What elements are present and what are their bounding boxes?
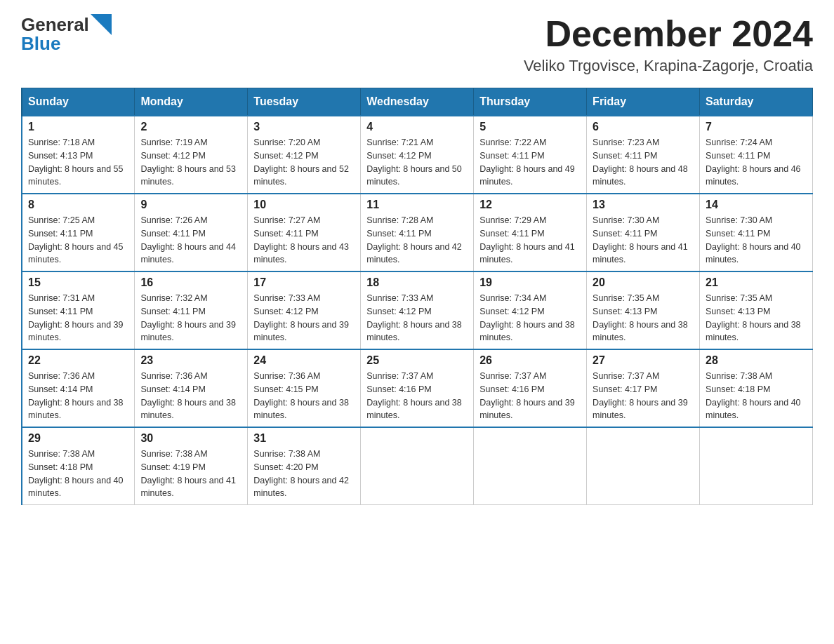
- day-info: Sunrise: 7:37 AM Sunset: 4:16 PM Dayligh…: [366, 370, 468, 422]
- day-info: Sunrise: 7:33 AM Sunset: 4:12 PM Dayligh…: [366, 292, 468, 344]
- calendar-cell: 28 Sunrise: 7:38 AM Sunset: 4:18 PM Dayl…: [700, 349, 813, 427]
- calendar-cell: 27 Sunrise: 7:37 AM Sunset: 4:17 PM Dayl…: [587, 349, 700, 427]
- day-number: 26: [479, 354, 581, 367]
- day-info: Sunrise: 7:36 AM Sunset: 4:15 PM Dayligh…: [253, 370, 355, 422]
- day-number: 24: [253, 354, 355, 367]
- calendar-cell: 9 Sunrise: 7:26 AM Sunset: 4:11 PM Dayli…: [135, 194, 248, 271]
- logo-arrow-icon: [91, 14, 112, 35]
- day-info: Sunrise: 7:37 AM Sunset: 4:16 PM Dayligh…: [479, 370, 581, 422]
- logo: General Blue: [21, 14, 112, 53]
- calendar-cell: [361, 427, 474, 505]
- header-wednesday: Wednesday: [361, 88, 474, 116]
- calendar-cell: 17 Sunrise: 7:33 AM Sunset: 4:12 PM Dayl…: [248, 271, 361, 349]
- day-info: Sunrise: 7:20 AM Sunset: 4:12 PM Dayligh…: [253, 136, 355, 189]
- calendar-cell: 14 Sunrise: 7:30 AM Sunset: 4:11 PM Dayl…: [700, 194, 813, 271]
- day-info: Sunrise: 7:38 AM Sunset: 4:19 PM Dayligh…: [140, 448, 241, 500]
- week-row-3: 15 Sunrise: 7:31 AM Sunset: 4:11 PM Dayl…: [22, 271, 813, 349]
- calendar-cell: 20 Sunrise: 7:35 AM Sunset: 4:13 PM Dayl…: [587, 271, 700, 349]
- calendar-cell: 11 Sunrise: 7:28 AM Sunset: 4:11 PM Dayl…: [361, 194, 474, 271]
- day-number: 31: [253, 432, 355, 445]
- day-info: Sunrise: 7:30 AM Sunset: 4:11 PM Dayligh…: [593, 214, 694, 267]
- calendar-cell: 31 Sunrise: 7:38 AM Sunset: 4:20 PM Dayl…: [248, 427, 361, 505]
- calendar-cell: 16 Sunrise: 7:32 AM Sunset: 4:11 PM Dayl…: [135, 271, 248, 349]
- calendar-cell: 23 Sunrise: 7:36 AM Sunset: 4:14 PM Dayl…: [135, 349, 248, 427]
- day-number: 8: [28, 199, 128, 211]
- day-info: Sunrise: 7:23 AM Sunset: 4:11 PM Dayligh…: [593, 136, 694, 189]
- day-number: 23: [140, 354, 241, 367]
- week-row-2: 8 Sunrise: 7:25 AM Sunset: 4:11 PM Dayli…: [22, 194, 813, 271]
- day-number: 28: [706, 354, 807, 367]
- calendar-cell: 8 Sunrise: 7:25 AM Sunset: 4:11 PM Dayli…: [22, 194, 135, 271]
- day-number: 30: [140, 432, 241, 445]
- day-number: 14: [706, 199, 807, 211]
- calendar-cell: 29 Sunrise: 7:38 AM Sunset: 4:18 PM Dayl…: [22, 427, 135, 505]
- day-number: 5: [479, 121, 581, 133]
- day-number: 6: [593, 121, 694, 133]
- calendar-cell: 19 Sunrise: 7:34 AM Sunset: 4:12 PM Dayl…: [474, 271, 587, 349]
- day-number: 7: [706, 121, 807, 133]
- calendar-cell: [474, 427, 587, 505]
- day-number: 1: [28, 121, 128, 133]
- day-info: Sunrise: 7:27 AM Sunset: 4:11 PM Dayligh…: [253, 214, 355, 267]
- day-info: Sunrise: 7:33 AM Sunset: 4:12 PM Dayligh…: [253, 292, 355, 344]
- day-info: Sunrise: 7:25 AM Sunset: 4:11 PM Dayligh…: [28, 214, 128, 267]
- day-number: 27: [593, 354, 694, 367]
- header-sunday: Sunday: [22, 88, 135, 116]
- day-info: Sunrise: 7:19 AM Sunset: 4:12 PM Dayligh…: [140, 136, 241, 189]
- day-info: Sunrise: 7:24 AM Sunset: 4:11 PM Dayligh…: [706, 136, 807, 189]
- logo-blue-text: Blue: [21, 34, 60, 53]
- day-number: 3: [253, 121, 355, 133]
- calendar-cell: 24 Sunrise: 7:36 AM Sunset: 4:15 PM Dayl…: [248, 349, 361, 427]
- day-number: 12: [479, 199, 581, 211]
- calendar-cell: 4 Sunrise: 7:21 AM Sunset: 4:12 PM Dayli…: [361, 116, 474, 194]
- calendar-cell: 18 Sunrise: 7:33 AM Sunset: 4:12 PM Dayl…: [361, 271, 474, 349]
- day-number: 9: [140, 199, 241, 211]
- calendar-cell: 13 Sunrise: 7:30 AM Sunset: 4:11 PM Dayl…: [587, 194, 700, 271]
- day-info: Sunrise: 7:35 AM Sunset: 4:13 PM Dayligh…: [593, 292, 694, 344]
- day-info: Sunrise: 7:28 AM Sunset: 4:11 PM Dayligh…: [366, 214, 468, 267]
- calendar-cell: 26 Sunrise: 7:37 AM Sunset: 4:16 PM Dayl…: [474, 349, 587, 427]
- day-info: Sunrise: 7:22 AM Sunset: 4:11 PM Dayligh…: [479, 136, 581, 189]
- calendar-cell: 15 Sunrise: 7:31 AM Sunset: 4:11 PM Dayl…: [22, 271, 135, 349]
- location-title: Veliko Trgovisce, Krapina-Zagorje, Croat…: [524, 57, 813, 75]
- day-info: Sunrise: 7:38 AM Sunset: 4:20 PM Dayligh…: [253, 448, 355, 500]
- month-title: December 2024: [524, 14, 813, 54]
- header-monday: Monday: [135, 88, 248, 116]
- day-number: 16: [140, 276, 241, 289]
- header-thursday: Thursday: [474, 88, 587, 116]
- header-saturday: Saturday: [700, 88, 813, 116]
- day-number: 15: [28, 276, 128, 289]
- day-number: 18: [366, 276, 468, 289]
- day-info: Sunrise: 7:21 AM Sunset: 4:12 PM Dayligh…: [366, 136, 468, 189]
- day-info: Sunrise: 7:36 AM Sunset: 4:14 PM Dayligh…: [140, 370, 241, 422]
- day-number: 21: [706, 276, 807, 289]
- calendar-cell: 5 Sunrise: 7:22 AM Sunset: 4:11 PM Dayli…: [474, 116, 587, 194]
- day-info: Sunrise: 7:32 AM Sunset: 4:11 PM Dayligh…: [140, 292, 241, 344]
- calendar-cell: 6 Sunrise: 7:23 AM Sunset: 4:11 PM Dayli…: [587, 116, 700, 194]
- day-info: Sunrise: 7:18 AM Sunset: 4:13 PM Dayligh…: [28, 136, 128, 189]
- calendar-cell: 25 Sunrise: 7:37 AM Sunset: 4:16 PM Dayl…: [361, 349, 474, 427]
- day-number: 20: [593, 276, 694, 289]
- day-info: Sunrise: 7:30 AM Sunset: 4:11 PM Dayligh…: [706, 214, 807, 267]
- day-info: Sunrise: 7:36 AM Sunset: 4:14 PM Dayligh…: [28, 370, 128, 422]
- day-info: Sunrise: 7:31 AM Sunset: 4:11 PM Dayligh…: [28, 292, 128, 344]
- title-block: December 2024 Veliko Trgovisce, Krapina-…: [524, 14, 813, 75]
- day-number: 29: [28, 432, 128, 445]
- day-info: Sunrise: 7:37 AM Sunset: 4:17 PM Dayligh…: [593, 370, 694, 422]
- day-info: Sunrise: 7:38 AM Sunset: 4:18 PM Dayligh…: [706, 370, 807, 422]
- calendar-cell: 2 Sunrise: 7:19 AM Sunset: 4:12 PM Dayli…: [135, 116, 248, 194]
- day-number: 10: [253, 199, 355, 211]
- day-number: 25: [366, 354, 468, 367]
- day-info: Sunrise: 7:35 AM Sunset: 4:13 PM Dayligh…: [706, 292, 807, 344]
- day-info: Sunrise: 7:26 AM Sunset: 4:11 PM Dayligh…: [140, 214, 241, 267]
- day-number: 11: [366, 199, 468, 211]
- calendar-header-row: SundayMondayTuesdayWednesdayThursdayFrid…: [22, 88, 813, 116]
- day-info: Sunrise: 7:29 AM Sunset: 4:11 PM Dayligh…: [479, 214, 581, 267]
- calendar-cell: 30 Sunrise: 7:38 AM Sunset: 4:19 PM Dayl…: [135, 427, 248, 505]
- day-number: 4: [366, 121, 468, 133]
- day-info: Sunrise: 7:38 AM Sunset: 4:18 PM Dayligh…: [28, 448, 128, 500]
- page-header: General Blue December 2024 Veliko Trgovi…: [21, 14, 813, 75]
- calendar-cell: 22 Sunrise: 7:36 AM Sunset: 4:14 PM Dayl…: [22, 349, 135, 427]
- week-row-1: 1 Sunrise: 7:18 AM Sunset: 4:13 PM Dayli…: [22, 116, 813, 194]
- week-row-4: 22 Sunrise: 7:36 AM Sunset: 4:14 PM Dayl…: [22, 349, 813, 427]
